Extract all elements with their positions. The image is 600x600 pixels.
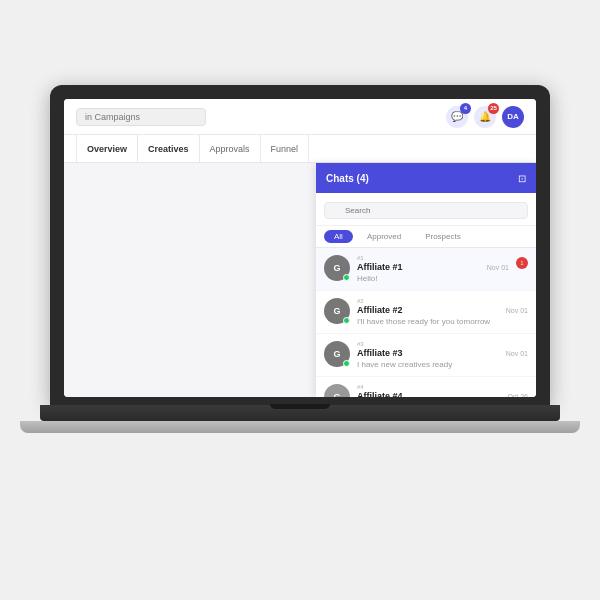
tab-creatives[interactable]: Creatives [138,135,200,162]
chat-item[interactable]: G #1 Affiliate #1 Nov 01 Hello! [316,248,536,291]
online-dot [343,274,350,281]
chat-id: #1 [357,255,509,261]
chat-time: Nov 01 [487,264,509,271]
laptop-shell: 💬 4 🔔 25 DA Overview [50,85,550,515]
app-header: 💬 4 🔔 25 DA [64,99,536,135]
chat-panel-title: Chats (4) [326,173,369,184]
chat-info: #3 Affiliate #3 Nov 01 I have new creati… [357,341,528,369]
chat-icon-wrap[interactable]: 💬 4 [446,106,468,128]
laptop-bottom [20,421,580,433]
online-dot [343,360,350,367]
tab-overview[interactable]: Overview [76,135,138,162]
chat-info: #2 Affiliate #2 Nov 01 I'll have those r… [357,298,528,326]
chat-preview: I have new creatives ready [357,360,528,369]
campaign-search[interactable] [76,108,206,126]
avatar: G [324,384,350,397]
chat-id: #3 [357,341,528,347]
chat-name: Affiliate #3 [357,348,403,358]
chat-id: #2 [357,298,528,304]
chat-name-row: Affiliate #3 Nov 01 [357,348,528,358]
chat-name-row: Affiliate #4 Oct 26 [357,391,528,397]
filter-all[interactable]: All [324,230,353,243]
chat-badge: 4 [460,103,471,114]
chat-header: Chats (4) ⊡ [316,163,536,193]
chat-name-row: Affiliate #2 Nov 01 [357,305,528,315]
bell-icon-wrap[interactable]: 🔔 25 [474,106,496,128]
chat-item[interactable]: G #3 Affiliate #3 Nov 01 I have n [316,334,536,377]
chat-item[interactable]: G #4 Affiliate #4 Oct 26 How are the new… [316,377,536,397]
avatar: G [324,341,350,367]
chat-list: G #1 Affiliate #1 Nov 01 Hello! [316,248,536,397]
chat-preview: Hello! [357,274,509,283]
chat-info: #4 Affiliate #4 Oct 26 How are the new a… [357,384,528,397]
unread-badge: 1 [516,257,528,269]
tab-funnel[interactable]: Funnel [261,135,310,162]
filter-prospects[interactable]: Prospects [415,230,471,243]
chat-info: #1 Affiliate #1 Nov 01 Hello! [357,255,509,283]
chat-name-row: Affiliate #1 Nov 01 [357,262,509,272]
chat-search-input[interactable] [324,202,528,219]
chat-panel: Chats (4) ⊡ 🔍 [316,163,536,397]
laptop-base [40,405,560,421]
chat-name: Affiliate #1 [357,262,403,272]
chat-name: Affiliate #4 [357,391,403,397]
chat-time: Oct 26 [507,393,528,398]
screen-bezel: 💬 4 🔔 25 DA Overview [50,85,550,405]
app-container: 💬 4 🔔 25 DA Overview [64,99,536,397]
tab-approvals[interactable]: Approvals [200,135,261,162]
chat-search-wrap: 🔍 [316,193,536,226]
chat-item[interactable]: G #2 Affiliate #2 Nov 01 I'll hav [316,291,536,334]
chat-id: #4 [357,384,528,390]
nav-tabs: Overview Creatives Approvals Funnel [64,135,536,163]
chat-filter-tabs: All Approved Prospects [316,226,536,248]
chat-name: Affiliate #2 [357,305,403,315]
main-content: Chats (4) ⊡ 🔍 [64,163,536,397]
expand-icon[interactable]: ⊡ [518,173,526,184]
search-inner: 🔍 [324,199,528,219]
online-dot [343,317,350,324]
bell-badge: 25 [488,103,499,114]
avatar[interactable]: DA [502,106,524,128]
laptop-notch [270,404,330,409]
chat-time: Nov 01 [506,307,528,314]
chat-preview: I'll have those ready for you tomorrow [357,317,528,326]
filter-approved[interactable]: Approved [357,230,411,243]
avatar: G [324,255,350,281]
header-icons: 💬 4 🔔 25 DA [446,106,524,128]
laptop-screen: 💬 4 🔔 25 DA Overview [64,99,536,397]
avatar: G [324,298,350,324]
chat-time: Nov 01 [506,350,528,357]
